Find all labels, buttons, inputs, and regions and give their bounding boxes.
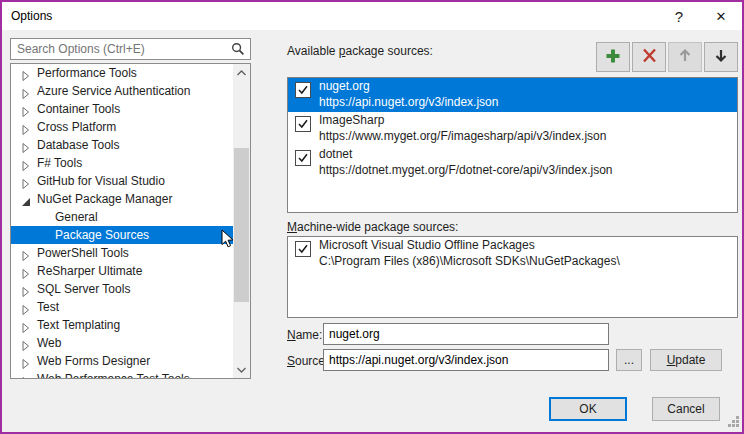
checkbox-checked[interactable] xyxy=(295,150,311,166)
help-icon: ? xyxy=(675,8,683,25)
chevron-right-icon[interactable] xyxy=(21,68,31,78)
move-down-button[interactable] xyxy=(704,42,738,72)
source-field-box xyxy=(323,349,609,371)
cancel-button[interactable]: Cancel xyxy=(652,397,720,421)
available-sources-label: Available package sources: xyxy=(287,44,433,58)
sidebar-item-performance-tools[interactable]: Performance Tools xyxy=(11,64,235,82)
chevron-right-icon[interactable] xyxy=(21,374,31,379)
arrow-up-icon xyxy=(678,48,692,66)
chevron-right-icon[interactable] xyxy=(21,302,31,312)
ok-button[interactable]: OK xyxy=(549,397,627,421)
machine-wide-sources-label: Machine-wide package sources: xyxy=(287,220,458,234)
sidebar-item-fsharp-tools[interactable]: F# Tools xyxy=(11,154,235,172)
name-field-box xyxy=(323,323,609,345)
sidebar-item-web[interactable]: Web xyxy=(11,334,235,352)
search-box xyxy=(10,38,251,60)
chevron-right-icon[interactable] xyxy=(21,86,31,96)
options-tree: Performance Tools Azure Service Authenti… xyxy=(10,63,251,379)
chevron-expanded-icon[interactable] xyxy=(21,194,31,204)
search-icon[interactable] xyxy=(231,42,245,59)
tree-scrollbar[interactable] xyxy=(233,64,250,378)
x-icon xyxy=(642,48,657,66)
sidebar-item-database-tools[interactable]: Database Tools xyxy=(11,136,235,154)
remove-source-button[interactable] xyxy=(632,42,666,72)
chevron-right-icon[interactable] xyxy=(21,158,31,168)
checkbox-checked[interactable] xyxy=(295,82,311,98)
list-item-vs-offline-packages[interactable]: Microsoft Visual Studio Offline Packages… xyxy=(288,237,737,271)
search-input[interactable] xyxy=(17,40,225,58)
resize-grip-icon[interactable] xyxy=(728,416,739,430)
sidebar-item-web-forms-designer[interactable]: Web Forms Designer xyxy=(11,352,235,370)
arrow-down-icon xyxy=(714,48,728,66)
source-field[interactable] xyxy=(329,351,605,369)
chevron-right-icon[interactable] xyxy=(21,266,31,276)
list-item-imagesharp[interactable]: ImageSharp https://www.myget.org/F/image… xyxy=(288,112,737,146)
scroll-down-icon[interactable] xyxy=(233,361,250,378)
name-label: Name: xyxy=(287,328,322,342)
close-button[interactable]: ✕ xyxy=(700,2,742,30)
plus-icon xyxy=(605,48,621,67)
mouse-cursor-icon xyxy=(221,229,235,252)
title-bar: Options ? ✕ xyxy=(2,2,742,30)
list-item-dotnet[interactable]: dotnet https://dotnet.myget.org/F/dotnet… xyxy=(288,146,737,180)
sidebar-item-web-performance-test-tools[interactable]: Web Performance Test Tools xyxy=(11,370,235,379)
sidebar-item-package-sources[interactable]: Package Sources xyxy=(11,226,235,244)
add-source-button[interactable] xyxy=(596,42,630,72)
help-button[interactable]: ? xyxy=(658,2,700,30)
sidebar-item-github-for-visual-studio[interactable]: GitHub for Visual Studio xyxy=(11,172,235,190)
sidebar-item-nuget-package-manager[interactable]: NuGet Package Manager xyxy=(11,190,235,208)
sidebar-item-container-tools[interactable]: Container Tools xyxy=(11,100,235,118)
window-title: Options xyxy=(11,9,52,23)
sidebar-item-text-templating[interactable]: Text Templating xyxy=(11,316,235,334)
checkbox-checked[interactable] xyxy=(295,241,311,257)
chevron-right-icon[interactable] xyxy=(21,122,31,132)
sidebar-item-cross-platform[interactable]: Cross Platform xyxy=(11,118,235,136)
sidebar-item-powershell-tools[interactable]: PowerShell Tools xyxy=(11,244,235,262)
chevron-right-icon[interactable] xyxy=(21,356,31,366)
name-field[interactable] xyxy=(329,325,605,343)
move-up-button[interactable] xyxy=(668,42,702,72)
browse-button[interactable]: ... xyxy=(616,349,642,371)
sidebar-item-azure-service-authentication[interactable]: Azure Service Authentication xyxy=(11,82,235,100)
chevron-right-icon[interactable] xyxy=(21,140,31,150)
sidebar-item-resharper-ultimate[interactable]: ReSharper Ultimate xyxy=(11,262,235,280)
checkbox-checked[interactable] xyxy=(295,116,311,132)
chevron-right-icon[interactable] xyxy=(21,104,31,114)
sidebar-item-test[interactable]: Test xyxy=(11,298,235,316)
sidebar-item-general[interactable]: General xyxy=(11,208,235,226)
scrollbar-thumb[interactable] xyxy=(234,148,249,302)
chevron-right-icon[interactable] xyxy=(21,176,31,186)
close-icon: ✕ xyxy=(716,9,727,24)
sidebar-item-sql-server-tools[interactable]: SQL Server Tools xyxy=(11,280,235,298)
scroll-up-icon[interactable] xyxy=(233,64,250,81)
chevron-right-icon[interactable] xyxy=(21,320,31,330)
chevron-right-icon[interactable] xyxy=(21,338,31,348)
chevron-right-icon[interactable] xyxy=(21,248,31,258)
options-dialog: { "window": { "title": "Options", "help_… xyxy=(0,0,744,434)
machine-wide-sources-list: Microsoft Visual Studio Offline Packages… xyxy=(287,236,738,318)
update-button[interactable]: Update xyxy=(650,349,722,371)
chevron-right-icon[interactable] xyxy=(21,284,31,294)
list-item-nuget-org[interactable]: nuget.org https://api.nuget.org/v3/index… xyxy=(288,78,737,112)
available-sources-list: nuget.org https://api.nuget.org/v3/index… xyxy=(287,77,738,213)
